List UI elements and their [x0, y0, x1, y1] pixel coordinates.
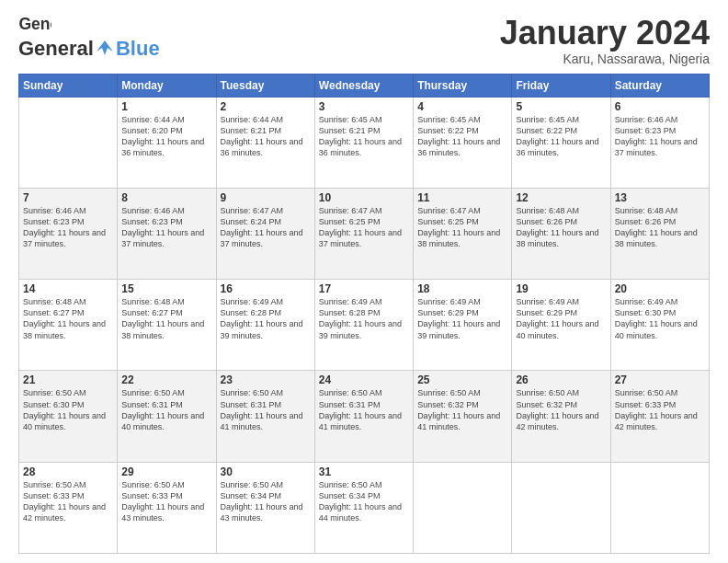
logo-blue: Blue	[116, 37, 160, 61]
week-row-0: 1Sunrise: 6:44 AMSunset: 6:20 PMDaylight…	[19, 97, 710, 188]
calendar-cell: 1Sunrise: 6:44 AMSunset: 6:20 PMDaylight…	[118, 97, 216, 188]
calendar-cell: 8Sunrise: 6:46 AMSunset: 6:23 PMDaylight…	[118, 188, 216, 279]
calendar-cell: 6Sunrise: 6:46 AMSunset: 6:23 PMDaylight…	[610, 97, 709, 188]
day-number: 12	[516, 191, 606, 204]
day-number: 24	[319, 373, 409, 386]
day-number: 30	[221, 465, 311, 478]
day-info: Sunrise: 6:44 AMSunset: 6:20 PMDaylight:…	[121, 114, 211, 159]
day-number: 2	[221, 100, 311, 113]
calendar-cell: 19Sunrise: 6:49 AMSunset: 6:29 PMDayligh…	[512, 280, 610, 371]
day-info: Sunrise: 6:45 AMSunset: 6:22 PMDaylight:…	[516, 114, 606, 159]
day-number: 10	[319, 191, 409, 204]
day-info: Sunrise: 6:50 AMSunset: 6:32 PMDaylight:…	[516, 387, 606, 432]
calendar-cell: 7Sunrise: 6:46 AMSunset: 6:23 PMDaylight…	[19, 188, 118, 279]
calendar-cell: 17Sunrise: 6:49 AMSunset: 6:28 PMDayligh…	[314, 280, 413, 371]
day-number: 16	[221, 282, 311, 295]
weekday-wednesday: Wednesday	[314, 74, 413, 97]
logo: General General Blue	[18, 15, 160, 61]
day-info: Sunrise: 6:50 AMSunset: 6:33 PMDaylight:…	[23, 479, 113, 524]
day-number: 11	[417, 191, 507, 204]
calendar-cell: 4Sunrise: 6:45 AMSunset: 6:22 PMDaylight…	[414, 97, 512, 188]
week-row-1: 7Sunrise: 6:46 AMSunset: 6:23 PMDaylight…	[19, 188, 710, 279]
day-number: 13	[615, 191, 705, 204]
day-info: Sunrise: 6:50 AMSunset: 6:34 PMDaylight:…	[221, 479, 311, 524]
weekday-thursday: Thursday	[414, 74, 512, 97]
day-info: Sunrise: 6:49 AMSunset: 6:28 PMDaylight:…	[319, 296, 409, 341]
calendar-cell: 22Sunrise: 6:50 AMSunset: 6:31 PMDayligh…	[118, 371, 216, 462]
location: Karu, Nassarawa, Nigeria	[500, 52, 710, 66]
day-number: 18	[417, 282, 507, 295]
month-title: January 2024	[500, 15, 710, 52]
calendar-cell: 21Sunrise: 6:50 AMSunset: 6:30 PMDayligh…	[19, 371, 118, 462]
day-info: Sunrise: 6:45 AMSunset: 6:21 PMDaylight:…	[319, 114, 409, 159]
day-info: Sunrise: 6:48 AMSunset: 6:26 PMDaylight:…	[615, 205, 705, 250]
day-info: Sunrise: 6:49 AMSunset: 6:29 PMDaylight:…	[516, 296, 606, 341]
week-row-2: 14Sunrise: 6:48 AMSunset: 6:27 PMDayligh…	[19, 280, 710, 371]
calendar-cell: 18Sunrise: 6:49 AMSunset: 6:29 PMDayligh…	[414, 280, 512, 371]
day-number: 26	[516, 373, 606, 386]
logo-icon: General	[18, 15, 51, 37]
day-info: Sunrise: 6:49 AMSunset: 6:30 PMDaylight:…	[615, 296, 705, 341]
calendar-cell: 16Sunrise: 6:49 AMSunset: 6:28 PMDayligh…	[216, 280, 314, 371]
calendar-cell: 26Sunrise: 6:50 AMSunset: 6:32 PMDayligh…	[512, 371, 610, 462]
calendar-cell: 10Sunrise: 6:47 AMSunset: 6:25 PMDayligh…	[314, 188, 413, 279]
day-number: 21	[23, 373, 113, 386]
calendar-cell: 27Sunrise: 6:50 AMSunset: 6:33 PMDayligh…	[610, 371, 709, 462]
calendar-cell	[414, 462, 512, 553]
weekday-tuesday: Tuesday	[216, 74, 314, 97]
weekday-friday: Friday	[512, 74, 610, 97]
weekday-saturday: Saturday	[610, 74, 709, 97]
week-row-4: 28Sunrise: 6:50 AMSunset: 6:33 PMDayligh…	[19, 462, 710, 553]
day-info: Sunrise: 6:50 AMSunset: 6:31 PMDaylight:…	[121, 387, 211, 432]
day-number: 20	[615, 282, 705, 295]
day-number: 6	[615, 100, 705, 113]
day-info: Sunrise: 6:48 AMSunset: 6:27 PMDaylight:…	[23, 296, 113, 341]
calendar-cell	[512, 462, 610, 553]
calendar-table: SundayMondayTuesdayWednesdayThursdayFrid…	[18, 74, 710, 554]
day-number: 25	[417, 373, 507, 386]
calendar-cell: 31Sunrise: 6:50 AMSunset: 6:34 PMDayligh…	[314, 462, 413, 553]
weekday-header-row: SundayMondayTuesdayWednesdayThursdayFrid…	[19, 74, 710, 97]
weekday-monday: Monday	[118, 74, 216, 97]
svg-text:General: General	[18, 15, 51, 33]
day-info: Sunrise: 6:46 AMSunset: 6:23 PMDaylight:…	[121, 205, 211, 250]
day-number: 31	[319, 465, 409, 478]
day-info: Sunrise: 6:50 AMSunset: 6:34 PMDaylight:…	[319, 479, 409, 524]
day-number: 7	[23, 191, 113, 204]
day-info: Sunrise: 6:47 AMSunset: 6:25 PMDaylight:…	[417, 205, 507, 250]
day-info: Sunrise: 6:46 AMSunset: 6:23 PMDaylight:…	[23, 205, 113, 250]
day-number: 1	[121, 100, 211, 113]
page: General General Blue January 2024 Karu, …	[0, 0, 728, 563]
calendar-cell: 14Sunrise: 6:48 AMSunset: 6:27 PMDayligh…	[19, 280, 118, 371]
calendar-cell: 15Sunrise: 6:48 AMSunset: 6:27 PMDayligh…	[118, 280, 216, 371]
day-info: Sunrise: 6:47 AMSunset: 6:25 PMDaylight:…	[319, 205, 409, 250]
weekday-sunday: Sunday	[19, 74, 118, 97]
day-info: Sunrise: 6:48 AMSunset: 6:27 PMDaylight:…	[121, 296, 211, 341]
logo-general: General	[18, 37, 94, 61]
day-info: Sunrise: 6:47 AMSunset: 6:24 PMDaylight:…	[221, 205, 311, 250]
calendar-cell: 3Sunrise: 6:45 AMSunset: 6:21 PMDaylight…	[314, 97, 413, 188]
day-info: Sunrise: 6:50 AMSunset: 6:33 PMDaylight:…	[121, 479, 211, 524]
day-number: 29	[121, 465, 211, 478]
day-info: Sunrise: 6:50 AMSunset: 6:30 PMDaylight:…	[23, 387, 113, 432]
title-area: January 2024 Karu, Nassarawa, Nigeria	[500, 15, 710, 66]
calendar-cell: 25Sunrise: 6:50 AMSunset: 6:32 PMDayligh…	[414, 371, 512, 462]
day-number: 15	[121, 282, 211, 295]
calendar-cell: 28Sunrise: 6:50 AMSunset: 6:33 PMDayligh…	[19, 462, 118, 553]
day-info: Sunrise: 6:49 AMSunset: 6:29 PMDaylight:…	[417, 296, 507, 341]
calendar-cell: 24Sunrise: 6:50 AMSunset: 6:31 PMDayligh…	[314, 371, 413, 462]
day-number: 23	[221, 373, 311, 386]
calendar-cell: 12Sunrise: 6:48 AMSunset: 6:26 PMDayligh…	[512, 188, 610, 279]
calendar-cell: 11Sunrise: 6:47 AMSunset: 6:25 PMDayligh…	[414, 188, 512, 279]
day-number: 3	[319, 100, 409, 113]
day-info: Sunrise: 6:50 AMSunset: 6:32 PMDaylight:…	[417, 387, 507, 432]
day-number: 17	[319, 282, 409, 295]
calendar-cell: 23Sunrise: 6:50 AMSunset: 6:31 PMDayligh…	[216, 371, 314, 462]
week-row-3: 21Sunrise: 6:50 AMSunset: 6:30 PMDayligh…	[19, 371, 710, 462]
day-number: 8	[121, 191, 211, 204]
day-info: Sunrise: 6:49 AMSunset: 6:28 PMDaylight:…	[221, 296, 311, 341]
calendar-cell: 20Sunrise: 6:49 AMSunset: 6:30 PMDayligh…	[610, 280, 709, 371]
day-info: Sunrise: 6:46 AMSunset: 6:23 PMDaylight:…	[615, 114, 705, 159]
day-number: 4	[417, 100, 507, 113]
day-number: 5	[516, 100, 606, 113]
